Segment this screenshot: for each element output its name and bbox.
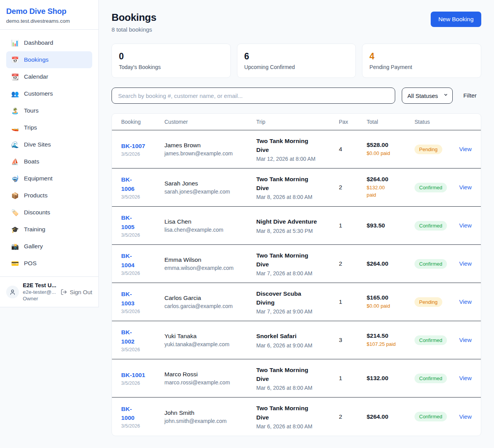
new-booking-button[interactable]: New Booking	[431, 12, 481, 27]
pax-cell: 2	[339, 184, 367, 191]
sidebar-item-trips[interactable]: 🚤 Trips	[6, 119, 92, 136]
sidebar-item-label: Calendar	[24, 73, 48, 80]
user-panel: E2E Test U... e2e-tester@... Owner Sign …	[0, 276, 98, 307]
status-select[interactable]: All Statuses	[402, 88, 453, 104]
view-link[interactable]: View	[459, 222, 472, 229]
actions-cell: View	[456, 260, 472, 267]
status-badge: Pending	[414, 297, 442, 307]
booking-cell: BK-1007 3/5/2026	[121, 141, 164, 157]
status-select-wrap: All Statuses	[402, 88, 453, 104]
trip-datetime: Mar 8, 2026 at 8:00 AM	[256, 194, 339, 200]
sidebar-item-label: Customers	[24, 90, 53, 97]
trip-cell: Two Tank Morning Dive Mar 12, 2026 at 8:…	[256, 136, 339, 162]
sidebar-item-dashboard[interactable]: 📊 Dashboard	[6, 34, 92, 51]
paid-amount: $0.00 paid	[367, 150, 414, 157]
trip-datetime: Mar 7, 2026 at 8:00 AM	[256, 270, 339, 276]
table-row: BK-1007 3/5/2026 James Brown james.brown…	[112, 130, 481, 168]
sidebar-item-bookings[interactable]: 📅 Bookings	[6, 51, 92, 68]
sidebar-item-label: Products	[24, 192, 47, 199]
pax-cell: 2	[339, 260, 367, 267]
column-header-pax: Pax	[339, 114, 367, 130]
filter-button[interactable]: Filter	[459, 89, 481, 102]
actions-cell: View	[456, 413, 472, 420]
sidebar-item-dive-sites[interactable]: 🌊 Dive Sites	[6, 136, 92, 153]
stat-card: 4 Pending Payment	[362, 44, 481, 78]
pax-cell: 2	[339, 413, 367, 420]
brand-name[interactable]: Demo Dive Shop	[6, 7, 92, 16]
status-cell: Pending	[414, 145, 456, 154]
sidebar-item-pos[interactable]: 💳 POS	[6, 255, 92, 272]
view-link[interactable]: View	[459, 184, 472, 190]
search-input[interactable]	[112, 88, 395, 104]
brand-domain: demo.test.divestreams.com	[6, 18, 92, 24]
table-row: BK-1002 3/5/2026 Yuki Tanaka yuki.tanaka…	[112, 321, 481, 359]
trip-datetime: Mar 12, 2026 at 8:00 AM	[256, 156, 339, 162]
booking-date: 3/5/2026	[121, 423, 164, 429]
sidebar-item-label: Discounts	[24, 209, 50, 216]
booking-id-link[interactable]: BK-1000	[121, 404, 140, 423]
status-cell: Confirmed	[414, 259, 456, 269]
sidebar-item-products[interactable]: 📦 Products	[6, 187, 92, 204]
customer-email: carlos.garcia@example.com	[164, 303, 256, 309]
credit-card-icon: 💳	[11, 260, 19, 267]
sidebar-item-discounts[interactable]: 🏷️ Discounts	[6, 204, 92, 221]
booking-cell: BK-1000 3/5/2026	[121, 404, 164, 429]
table-row: BK-1003 3/5/2026 Carlos Garcia carlos.ga…	[112, 283, 481, 321]
booking-id-link[interactable]: BK-1001	[121, 371, 164, 379]
customer-name: Marco Rossi	[164, 371, 256, 378]
total-amount: $165.00	[367, 294, 414, 301]
booking-id-link[interactable]: BK-1005	[121, 213, 140, 231]
sidebar-item-tours[interactable]: 🏝️ Tours	[6, 102, 92, 119]
total-cell: $264.00	[367, 413, 414, 420]
trip-name: Discover Scuba Diving	[256, 289, 314, 307]
brand-block: Demo Dive Shop demo.test.divestreams.com	[0, 0, 98, 30]
sidebar-item-customers[interactable]: 👥 Customers	[6, 85, 92, 102]
view-link[interactable]: View	[459, 337, 472, 343]
view-link[interactable]: View	[459, 260, 472, 267]
trip-name: Two Tank Morning Dive	[256, 365, 314, 384]
filter-row: All Statuses Filter	[112, 88, 481, 104]
page-subtitle: 8 total bookings	[112, 26, 156, 33]
booking-id-link[interactable]: BK-1004	[121, 251, 140, 269]
page-title: Bookings	[112, 12, 156, 24]
customer-name: Yuki Tanaka	[164, 333, 256, 340]
sidebar-item-label: Dashboard	[24, 39, 53, 46]
booking-cell: BK-1002 3/5/2026	[121, 328, 164, 352]
booking-id-link[interactable]: BK-1003	[121, 290, 140, 308]
total-cell: $528.00 $0.00 paid	[367, 141, 414, 157]
stat-label: Today's Bookings	[119, 64, 223, 70]
column-header-actions	[456, 114, 472, 130]
actions-cell: View	[456, 146, 472, 153]
stat-value: 0	[119, 51, 223, 62]
sign-out-button[interactable]: Sign Out	[61, 289, 92, 295]
user-name: E2E Test U...	[23, 282, 57, 288]
sidebar-item-boats[interactable]: ⛵ Boats	[6, 153, 92, 170]
view-link[interactable]: View	[459, 298, 472, 305]
sidebar-item-calendar[interactable]: 📆 Calendar	[6, 68, 92, 85]
booking-id-link[interactable]: BK-1002	[121, 328, 140, 346]
tag-icon: 🏷️	[11, 209, 19, 216]
sidebar-item-training[interactable]: 🎓 Training	[6, 221, 92, 238]
booking-id-link[interactable]: BK-1006	[121, 175, 140, 193]
total-amount: $132.00	[367, 375, 414, 382]
booking-id-link[interactable]: BK-1007	[121, 141, 164, 150]
sidebar-item-label: Dive Sites	[24, 141, 51, 148]
view-link[interactable]: View	[459, 413, 472, 420]
pax-value: 1	[339, 222, 342, 229]
status-cell: Confirmed	[414, 221, 456, 231]
customer-cell: John Smith john.smith@example.com	[164, 409, 256, 424]
table-row: BK-1000 3/5/2026 John Smith john.smith@e…	[112, 397, 481, 436]
customer-cell: James Brown james.brown@example.com	[164, 142, 256, 157]
tear-off-calendar-icon: 📆	[11, 73, 19, 81]
sidebar-item-equipment[interactable]: 🤿 Equipment	[6, 170, 92, 187]
actions-cell: View	[456, 184, 472, 191]
view-link[interactable]: View	[459, 146, 472, 152]
booking-date: 3/5/2026	[121, 381, 164, 386]
trip-name: Night Dive Adventure	[256, 217, 339, 226]
view-link[interactable]: View	[459, 375, 472, 381]
booking-cell: BK-1001 3/5/2026	[121, 371, 164, 386]
total-amount: $264.00	[367, 413, 414, 420]
booking-cell: BK-1004 3/5/2026	[121, 251, 164, 276]
sign-out-label: Sign Out	[70, 289, 92, 295]
sidebar-item-gallery[interactable]: 📸 Gallery	[6, 238, 92, 255]
